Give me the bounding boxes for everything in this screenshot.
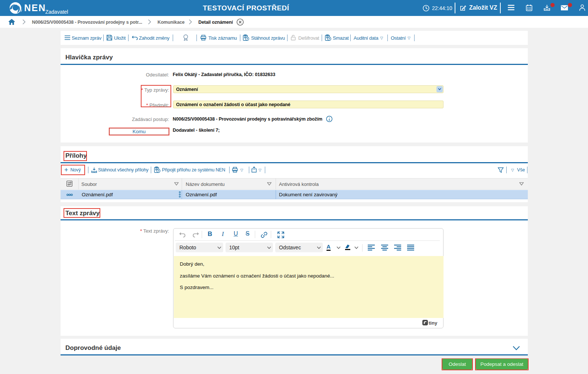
svg-text:tiny: tiny <box>429 320 438 326</box>
